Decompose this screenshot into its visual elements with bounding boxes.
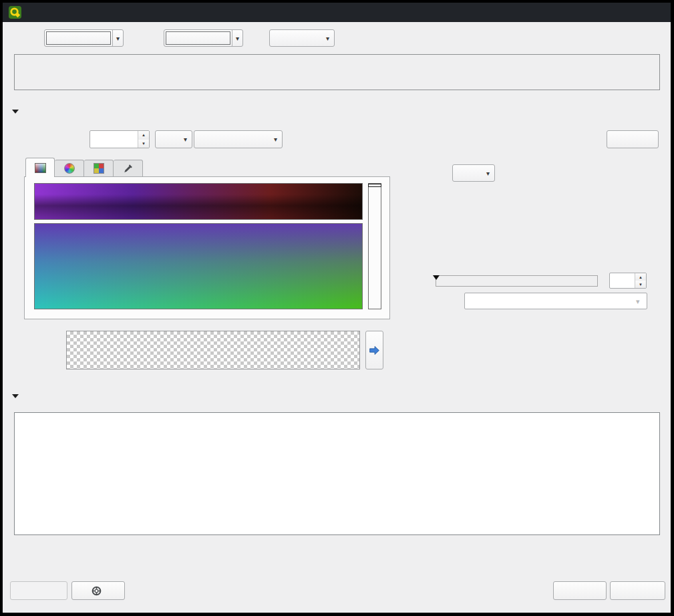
eyedropper-icon [123, 164, 133, 174]
vertical-channel-slider[interactable] [368, 183, 381, 309]
chevron-down-icon[interactable] [232, 30, 242, 46]
opacity-spinbox[interactable] [609, 273, 647, 289]
spin-up-button[interactable] [138, 131, 149, 140]
opacity-value [610, 273, 635, 288]
color1-button[interactable] [44, 29, 124, 47]
gradient-stop-section-header[interactable] [12, 110, 26, 114]
direction-combobox[interactable] [194, 130, 283, 148]
current-color-with-alpha [213, 331, 359, 369]
color-picker-tabs [25, 158, 143, 177]
add-to-swatches-button[interactable] [365, 331, 383, 369]
type-combobox[interactable] [269, 29, 335, 47]
relative-position-value [90, 131, 138, 148]
tab-color-swatches[interactable] [84, 160, 114, 177]
qgis-logo-icon [9, 6, 21, 19]
opacity-slider[interactable] [436, 275, 598, 287]
help-button[interactable] [71, 581, 125, 600]
color2-button[interactable] [164, 29, 243, 47]
right-arrow-icon [369, 345, 380, 356]
tab-color-wheel[interactable] [55, 160, 84, 177]
html-notation-input[interactable] [464, 293, 647, 309]
cancel-button[interactable] [610, 581, 665, 600]
gradient-preview-bar[interactable] [14, 54, 660, 90]
color1-swatch [46, 31, 111, 45]
ok-button[interactable] [553, 581, 607, 600]
title-bar[interactable] [3, 3, 671, 22]
saturation-value-box[interactable] [34, 223, 363, 309]
current-color-swatch [66, 331, 360, 369]
spin-down-button[interactable] [635, 281, 646, 288]
color-picker-panel [24, 176, 390, 319]
plot-x-axis [14, 538, 660, 549]
dropdown-arrow-icon [636, 296, 644, 306]
gradient-stop-markers [14, 92, 660, 103]
hue-strip[interactable] [34, 183, 363, 220]
relative-position-spinbox[interactable] [90, 130, 150, 148]
color-wheel-icon [64, 163, 75, 174]
plot-chart[interactable] [15, 413, 659, 534]
tab-color-sampler[interactable] [114, 160, 143, 177]
information-button [10, 581, 67, 600]
plot-section-header[interactable] [12, 394, 26, 398]
tab-color-box[interactable] [25, 158, 55, 177]
spin-down-button[interactable] [138, 140, 149, 148]
delete-stop-button[interactable] [607, 130, 659, 148]
color-box-icon [35, 163, 46, 173]
current-color-solid [67, 331, 213, 369]
spin-up-button[interactable] [635, 273, 646, 281]
help-lifebuoy-icon [92, 586, 102, 596]
gradient-plot [14, 412, 660, 535]
slider-marker[interactable] [433, 275, 440, 280]
new-gradient-color-ramp-dialog [3, 3, 671, 613]
color2-swatch [166, 31, 230, 45]
chevron-down-icon[interactable] [112, 30, 123, 46]
color-model-combobox[interactable] [452, 164, 495, 182]
color-spec-combobox[interactable] [155, 130, 192, 148]
color-swatches-icon [94, 163, 104, 174]
collapse-triangle-icon[interactable] [12, 394, 19, 398]
slider-handle[interactable] [368, 184, 381, 187]
collapse-triangle-icon[interactable] [12, 110, 19, 114]
